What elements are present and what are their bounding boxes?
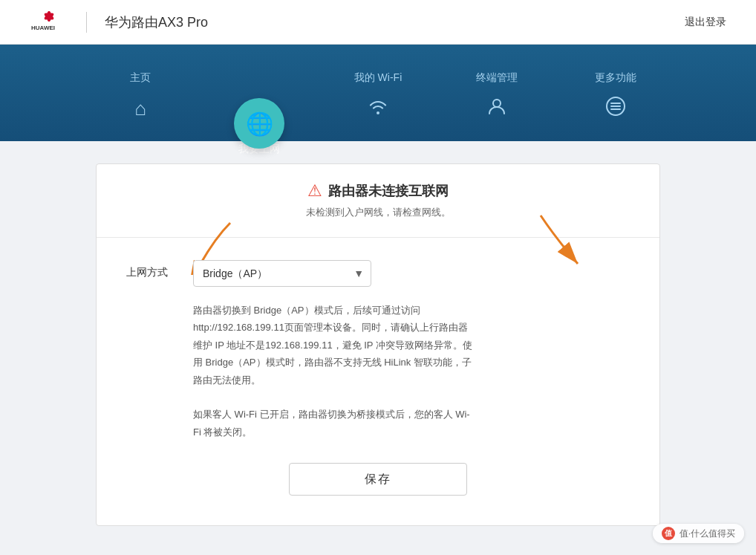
info-text: 路由器切换到 Bridge（AP）模式后，后续可通过访问 http://192.…: [193, 302, 475, 441]
svg-point-7: [493, 100, 501, 107]
content-card: ⚠ 路由器未连接互联网 未检测到入户网线，请检查网线。: [96, 163, 660, 526]
nav-icon-wrap-internet: 🌐: [234, 98, 284, 149]
nav-icon-wrap-home: ⌂: [120, 88, 161, 129]
wifi-icon: [368, 96, 388, 122]
error-row: ⚠ 路由器未连接互联网: [307, 182, 449, 200]
card-body: 上网方式 Bridge（AP） ▼ 路由器切换到 Bridge（AP）模式后，后…: [97, 238, 659, 525]
save-button[interactable]: 保存: [289, 463, 467, 496]
nav-item-home[interactable]: 主页 ⌂: [81, 58, 200, 141]
save-row: 保存: [126, 463, 630, 496]
nav-label-wifi: 我的 Wi-Fi: [354, 71, 403, 85]
card-header: ⚠ 路由器未连接互联网 未检测到入户网线，请检查网线。: [97, 164, 659, 238]
connection-type-select[interactable]: Bridge（AP）: [193, 260, 371, 287]
error-title: 路由器未连接互联网: [328, 182, 449, 200]
nav-item-more[interactable]: 更多功能: [556, 58, 675, 141]
header-divider: [86, 12, 87, 33]
error-desc: 未检测到入户网线，请检查网线。: [306, 206, 451, 219]
logout-button[interactable]: 退出登录: [685, 16, 726, 29]
product-name: 华为路由AX3 Pro: [105, 13, 208, 31]
logo-area: HUAWEI 华为路由AX3 Pro: [30, 10, 208, 34]
header: HUAWEI 华为路由AX3 Pro 退出登录: [0, 0, 756, 45]
nav-item-wifi[interactable]: 我的 Wi-Fi: [319, 58, 437, 141]
huawei-logo: HUAWEI: [30, 10, 68, 34]
form-label: 上网方式: [126, 260, 178, 279]
globe-icon: 🌐: [246, 111, 273, 137]
user-icon: [486, 96, 507, 122]
menu-icon: [605, 96, 626, 122]
nav-icon-wrap-terminals: [476, 88, 518, 129]
watermark: 值 值·什么值得买: [653, 524, 744, 543]
nav: 主页 ⌂ 我要上网 🌐 我的 Wi-Fi 终端管理: [0, 45, 756, 141]
nav-icon-wrap-wifi: [357, 88, 399, 129]
main-content: ⚠ 路由器未连接互联网 未检测到入户网线，请检查网线。: [0, 141, 756, 555]
home-icon: ⌂: [134, 97, 146, 120]
select-wrap[interactable]: Bridge（AP） ▼: [193, 260, 371, 287]
form-row: 上网方式 Bridge（AP） ▼: [126, 260, 630, 287]
nav-item-internet[interactable]: 我要上网 🌐: [200, 129, 319, 141]
svg-text:HUAWEI: HUAWEI: [31, 25, 55, 31]
nav-icon-wrap-more: [595, 88, 636, 129]
nav-label-more: 更多功能: [595, 71, 636, 85]
error-icon: ⚠: [307, 183, 322, 199]
nav-label-home: 主页: [130, 71, 151, 85]
watermark-icon: 值: [662, 527, 675, 540]
nav-label-terminals: 终端管理: [476, 71, 518, 85]
nav-item-terminals[interactable]: 终端管理: [437, 58, 556, 141]
watermark-text: 值·什么值得买: [680, 528, 735, 540]
select-value: Bridge（AP）: [203, 260, 267, 287]
